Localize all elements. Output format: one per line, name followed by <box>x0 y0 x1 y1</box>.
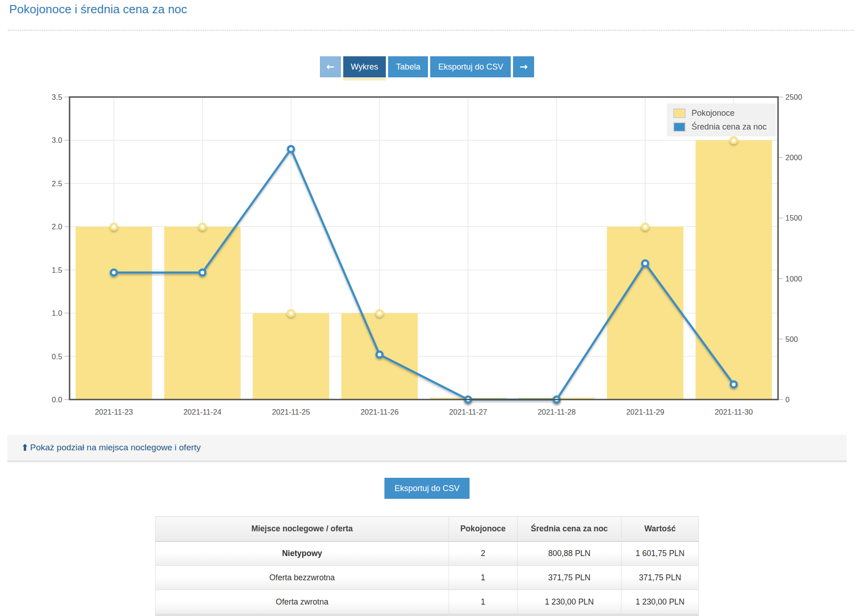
table-row: Oferta bezzwrotna 1 371,75 PLN 371,75 PL… <box>156 566 699 590</box>
legend-item-srednia-cena[interactable]: Średnia cena za noc <box>667 120 776 134</box>
svg-text:0.0: 0.0 <box>52 395 62 404</box>
svg-text:1500: 1500 <box>785 214 802 222</box>
svg-text:2000: 2000 <box>785 153 802 162</box>
svg-text:2021-11-25: 2021-11-25 <box>272 408 310 416</box>
svg-text:3.0: 3.0 <box>52 136 62 144</box>
breakdown-toggle-label: Pokaż podział na miejsca noclegowe i ofe… <box>30 443 201 453</box>
table-row: Oferta zwrotna 1 1 230,00 PLN 1 230,00 P… <box>156 590 699 614</box>
cell-name: Nietypowy <box>156 541 449 566</box>
cell-pokojonoce: 2 <box>449 541 517 566</box>
legend-swatch-bar <box>673 108 686 118</box>
cell-value: 1 601,75 PLN <box>622 541 699 566</box>
column-header-srednia-cena: Średnia cena za noc <box>517 517 622 541</box>
svg-text:1.5: 1.5 <box>52 266 62 274</box>
cell-avg-price: 800,88 PLN <box>517 541 622 566</box>
cell-avg-price: 371,75 PLN <box>517 566 622 590</box>
cell-value: 1 230,00 PLN <box>622 590 699 614</box>
arrow-right-icon: → <box>519 61 528 72</box>
page-header: Pokojonoce i średnia cena za noc <box>8 0 854 31</box>
svg-text:2021-11-28: 2021-11-28 <box>538 408 576 416</box>
svg-text:500: 500 <box>785 335 798 343</box>
breakdown-toggle[interactable]: ⬆ Pokaż podział na miejsca noclegowe i o… <box>7 435 847 462</box>
next-period-button[interactable]: → <box>513 56 534 77</box>
chart-legend: Pokojonoce Średnia cena za noc <box>667 103 776 136</box>
cell-value: 371,75 PLN <box>622 566 699 590</box>
legend-label: Średnia cena za noc <box>692 122 767 132</box>
svg-text:0: 0 <box>785 395 789 404</box>
column-header-pokojonoce: Pokojonoce <box>449 517 517 541</box>
svg-text:2021-11-26: 2021-11-26 <box>361 408 399 416</box>
svg-text:2.5: 2.5 <box>52 179 62 188</box>
cell-pokojonoce: 1 <box>449 566 517 590</box>
export-csv-button-top[interactable]: Eksportuj do CSV <box>430 56 511 77</box>
legend-label: Pokojonoce <box>692 108 735 118</box>
table-header-row: Miejsce noclegowe / oferta Pokojonoce Śr… <box>156 517 699 541</box>
cell-pokojonoce: 1 <box>449 590 517 614</box>
arrow-up-icon: ⬆ <box>21 442 29 453</box>
svg-text:2021-11-23: 2021-11-23 <box>95 408 133 416</box>
column-header-miejsce: Miejsce noclegowe / oferta <box>156 517 449 541</box>
arrow-left-icon: ← <box>326 61 335 72</box>
view-toolbar: ← Wykres Tabela Eksportuj do CSV → <box>0 56 854 81</box>
svg-text:0.5: 0.5 <box>52 352 62 361</box>
legend-item-pokojonoce[interactable]: Pokojonoce <box>667 106 776 120</box>
legend-swatch-line <box>673 122 686 132</box>
table-row: Nietypowy 2 800,88 PLN 1 601,75 PLN <box>156 541 699 566</box>
svg-text:2021-11-29: 2021-11-29 <box>626 408 664 416</box>
cell-name: Oferta bezzwrotna <box>156 566 449 590</box>
svg-text:3.5: 3.5 <box>52 93 62 101</box>
prev-period-button[interactable]: ← <box>320 56 341 77</box>
svg-text:2021-11-30: 2021-11-30 <box>715 408 753 416</box>
cell-avg-price: 1 230,00 PLN <box>517 590 622 614</box>
svg-text:1.0: 1.0 <box>52 309 62 317</box>
breakdown-table: Miejsce noclegowe / oferta Pokojonoce Śr… <box>155 516 699 614</box>
svg-text:2500: 2500 <box>785 93 802 101</box>
tab-wykres[interactable]: Wykres <box>343 56 386 81</box>
tab-tabela[interactable]: Tabela <box>388 56 428 77</box>
svg-text:2021-11-24: 2021-11-24 <box>184 408 222 416</box>
svg-text:2021-11-27: 2021-11-27 <box>449 408 487 416</box>
page-title: Pokojonoce i średnia cena za noc <box>8 0 854 16</box>
svg-text:1000: 1000 <box>785 275 802 283</box>
table-next-row-cutoff <box>155 614 699 616</box>
column-header-wartosc: Wartość <box>622 517 699 541</box>
cell-name: Oferta zwrotna <box>156 590 449 614</box>
svg-text:2.0: 2.0 <box>52 222 62 231</box>
export-csv-button[interactable]: Eksportuj do CSV <box>384 478 470 499</box>
